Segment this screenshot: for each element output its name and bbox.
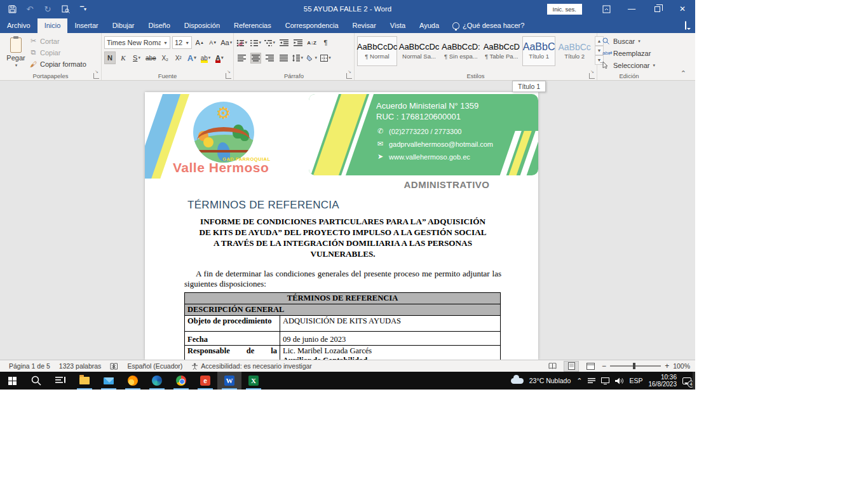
accessibility-status[interactable]: Accesibilidad: es necesario investigar bbox=[191, 362, 312, 370]
customize-qat-icon[interactable]: ▔▾ bbox=[79, 4, 88, 13]
shrink-font-icon[interactable]: A▼ bbox=[207, 36, 219, 49]
replace-button[interactable]: ab⇄ Reemplazar bbox=[602, 48, 656, 58]
style-normal[interactable]: AaBbCcDc ¶ Normal bbox=[357, 36, 397, 66]
grow-font-icon[interactable]: A▲ bbox=[194, 36, 205, 49]
cut-button[interactable]: ✂Cortar bbox=[29, 36, 86, 46]
save-icon[interactable] bbox=[8, 4, 17, 13]
change-case-icon[interactable]: Aa▾ bbox=[220, 36, 232, 49]
sort-icon[interactable]: A↓Z bbox=[306, 37, 317, 48]
line-spacing-icon[interactable]: ▾ bbox=[292, 53, 303, 64]
tab-archivo[interactable]: Archivo bbox=[0, 18, 37, 33]
font-size-combo[interactable]: 12▼ bbox=[172, 36, 192, 49]
tab-inicio[interactable]: Inicio bbox=[37, 18, 68, 33]
ribbon-display-options-icon[interactable] bbox=[593, 0, 619, 18]
word-count[interactable]: 1323 palabras bbox=[59, 362, 102, 370]
text-effects-icon[interactable]: A▾ bbox=[186, 51, 198, 64]
show-desktop-button[interactable] bbox=[693, 372, 695, 390]
align-center-icon[interactable] bbox=[250, 53, 261, 64]
tab-revisar[interactable]: Revisar bbox=[346, 18, 383, 33]
file-explorer-button[interactable] bbox=[72, 372, 97, 390]
network-icon[interactable] bbox=[601, 377, 609, 384]
word-taskbar-button[interactable]: W bbox=[217, 372, 241, 390]
collapse-ribbon-icon[interactable]: ⌃ bbox=[681, 69, 686, 78]
style-titulo-2[interactable]: AaBbCc Título 2 bbox=[557, 36, 591, 66]
page-indicator[interactable]: Página 1 de 5 bbox=[9, 362, 50, 370]
align-right-icon[interactable] bbox=[264, 53, 275, 64]
increase-indent-icon[interactable] bbox=[292, 37, 303, 48]
zoom-slider-track[interactable] bbox=[610, 365, 661, 367]
tab-vista[interactable]: Vista bbox=[383, 18, 412, 33]
paragraph-dialog-launcher-icon[interactable] bbox=[346, 73, 352, 79]
language-indicator[interactable]: Español (Ecuador) bbox=[127, 362, 182, 370]
paste-button[interactable]: Pegar ▾ bbox=[3, 35, 29, 71]
firefox-button[interactable] bbox=[121, 372, 145, 390]
pdf-app-button[interactable]: e bbox=[193, 372, 217, 390]
copy-button[interactable]: ⧉Copiar bbox=[29, 48, 86, 57]
zoom-slider-handle[interactable] bbox=[633, 363, 635, 369]
document-area[interactable]: ⚙ GAD PARROQUIAL Valle Hermoso bbox=[0, 81, 695, 360]
volume-icon[interactable] bbox=[615, 377, 623, 384]
print-preview-icon[interactable] bbox=[61, 4, 70, 13]
tab-correspondencia[interactable]: Correspondencia bbox=[278, 18, 346, 33]
superscript-button[interactable]: X² bbox=[173, 51, 184, 64]
zoom-in-icon[interactable]: + bbox=[665, 362, 669, 370]
zoom-percent[interactable]: 100% bbox=[673, 362, 690, 370]
numbering-icon[interactable]: ▾ bbox=[250, 37, 261, 48]
close-button[interactable]: ✕ bbox=[670, 0, 695, 18]
highlight-color-icon[interactable]: ab▾ bbox=[200, 51, 212, 64]
read-mode-icon[interactable] bbox=[545, 361, 560, 372]
restore-button[interactable] bbox=[644, 0, 670, 18]
weather-text[interactable]: 23°C Nublado bbox=[529, 377, 571, 384]
show-marks-icon[interactable]: ¶ bbox=[320, 37, 331, 48]
styles-dialog-launcher-icon[interactable] bbox=[589, 73, 595, 79]
tab-diseno[interactable]: Diseño bbox=[142, 18, 177, 33]
sign-in-button[interactable]: Inic. ses. bbox=[547, 4, 583, 15]
tray-app-icon[interactable] bbox=[588, 377, 595, 384]
bullets-icon[interactable]: ▾ bbox=[236, 37, 247, 48]
subscript-button[interactable]: X₂ bbox=[159, 51, 171, 64]
print-layout-icon[interactable] bbox=[564, 361, 579, 372]
notification-center-icon[interactable]: 4 bbox=[682, 377, 691, 384]
borders-icon[interactable]: ▾ bbox=[320, 53, 331, 64]
tab-referencias[interactable]: Referencias bbox=[227, 18, 278, 33]
shading-icon[interactable]: ▾ bbox=[306, 53, 317, 64]
find-button[interactable]: Buscar▾ bbox=[602, 36, 656, 46]
tell-me-box[interactable]: ¿Qué desea hacer? bbox=[446, 22, 531, 33]
tab-insertar[interactable]: Insertar bbox=[67, 18, 105, 33]
tab-disposicion[interactable]: Disposición bbox=[177, 18, 227, 33]
tab-ayuda[interactable]: Ayuda bbox=[412, 18, 446, 33]
select-button[interactable]: Seleccionar▾ bbox=[602, 60, 656, 70]
taskbar-search-button[interactable] bbox=[24, 372, 48, 390]
chrome-button[interactable] bbox=[169, 372, 193, 390]
tray-chevron-up-icon[interactable]: ⌃ bbox=[576, 377, 582, 385]
style-sin-espaciado[interactable]: AaBbCcD: ¶ Sin espa... bbox=[441, 36, 481, 66]
minimize-button[interactable]: — bbox=[619, 0, 644, 18]
excel-taskbar-button[interactable]: X bbox=[241, 372, 266, 390]
tab-dibujar[interactable]: Dibujar bbox=[105, 18, 142, 33]
font-color-icon[interactable]: A▾ bbox=[214, 51, 225, 64]
keyboard-language[interactable]: ESP bbox=[629, 377, 642, 384]
mail-button[interactable] bbox=[97, 372, 121, 390]
clipboard-dialog-launcher-icon[interactable] bbox=[93, 73, 99, 79]
multilevel-list-icon[interactable]: ▾ bbox=[264, 37, 275, 48]
style-titulo-1[interactable]: AaBbC Título 1 bbox=[522, 36, 556, 66]
start-button[interactable] bbox=[0, 372, 24, 390]
align-left-icon[interactable] bbox=[236, 53, 247, 64]
italic-button[interactable]: K bbox=[118, 51, 129, 64]
comments-icon[interactable] bbox=[676, 22, 695, 33]
style-normal-sa[interactable]: AaBbCcDc Normal Sa... bbox=[399, 36, 439, 66]
font-name-combo[interactable]: Times New Roma▼ bbox=[104, 36, 170, 49]
underline-button[interactable]: S▾ bbox=[131, 51, 142, 64]
zoom-out-icon[interactable]: − bbox=[602, 362, 606, 370]
edge-button[interactable] bbox=[145, 372, 169, 390]
web-layout-icon[interactable] bbox=[583, 361, 598, 372]
redo-icon[interactable]: ↻ bbox=[43, 4, 52, 13]
clock[interactable]: 10:36 16/8/2023 bbox=[649, 374, 677, 388]
style-table-paragraph[interactable]: AaBbCcD ¶ Table Pa... bbox=[483, 36, 520, 66]
document-page[interactable]: ⚙ GAD PARROQUIAL Valle Hermoso bbox=[145, 92, 538, 360]
font-dialog-launcher-icon[interactable] bbox=[226, 73, 231, 79]
bold-button[interactable]: N bbox=[104, 51, 116, 64]
undo-icon[interactable]: ↶ bbox=[25, 4, 34, 13]
task-view-button[interactable] bbox=[48, 372, 72, 390]
justify-icon[interactable] bbox=[278, 53, 289, 64]
